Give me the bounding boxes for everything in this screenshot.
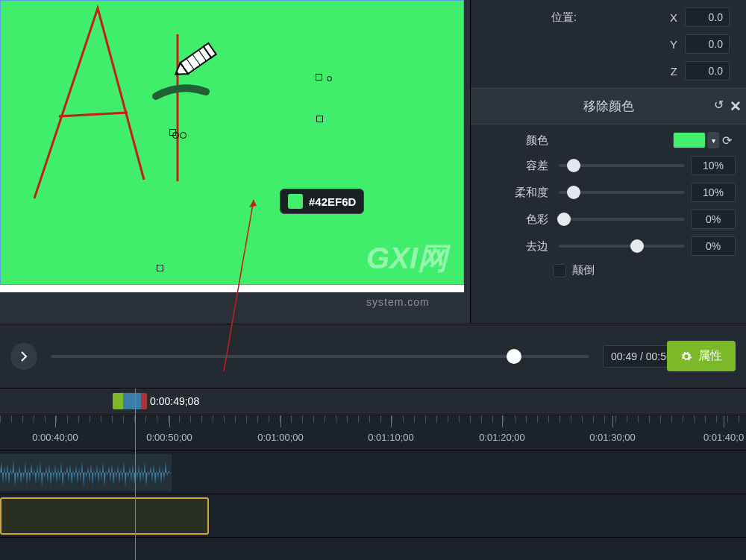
ruler-tick <box>638 415 639 423</box>
ruler-tick <box>380 415 381 423</box>
slider-knob[interactable] <box>567 186 580 199</box>
slider-knob[interactable] <box>557 213 571 226</box>
ruler-tick <box>425 415 426 423</box>
playhead-line <box>135 388 136 560</box>
slider-track[interactable] <box>559 191 685 194</box>
color-dropdown-icon[interactable]: ▾ <box>707 132 719 148</box>
ruler-tick <box>157 415 157 423</box>
time-ruler[interactable]: 0:00:40;000:00:50;000:01:00;000:01:10;00… <box>0 415 746 451</box>
ruler-tick <box>671 415 672 423</box>
rotation-handle[interactable] <box>180 132 186 139</box>
ruler-tick <box>448 415 448 423</box>
position-row-y: Y 0.0 <box>480 34 740 54</box>
video-clip[interactable] <box>0 497 209 535</box>
audio-track[interactable] <box>0 451 746 494</box>
ruler-tick <box>502 415 503 427</box>
playhead-marker-icon <box>113 393 144 409</box>
ruler-tick <box>168 415 169 423</box>
video-track[interactable] <box>0 494 746 538</box>
reset-icon[interactable]: ↺ <box>714 98 724 112</box>
ruler-tick <box>280 415 281 427</box>
position-row-x: 位置: X 0.0 <box>480 7 740 27</box>
slider-label: 去边 <box>480 239 548 254</box>
ruler-tick <box>470 415 471 423</box>
slider-row: 色彩0% <box>480 210 740 229</box>
playback-bar: 00:49 / 00:56 60fps 属性 <box>0 324 746 388</box>
slider-value[interactable]: 10% <box>691 156 736 175</box>
waveform-icon <box>0 454 172 491</box>
ruler-tick <box>101 415 101 423</box>
playhead-flag[interactable]: 0:00:49;08 <box>113 393 199 409</box>
color-picker[interactable] <box>673 132 706 148</box>
slider-value[interactable]: 10% <box>691 183 736 202</box>
ruler-tick <box>504 415 504 423</box>
slider-knob[interactable] <box>630 239 644 253</box>
position-z-input[interactable]: 0.0 <box>685 61 730 81</box>
ruler-tick <box>123 415 124 423</box>
selection-handle[interactable] <box>316 116 323 122</box>
slider-value[interactable]: 0% <box>691 236 736 256</box>
position-x-input[interactable]: 0.0 <box>685 7 730 27</box>
ruler-tick <box>582 415 583 423</box>
color-row: 颜色 ▾ ⟳ <box>480 132 740 148</box>
audio-clip[interactable] <box>0 454 172 491</box>
color-label: 颜色 <box>480 133 548 148</box>
ruler-tick <box>369 415 370 423</box>
ruler-tick <box>313 415 314 423</box>
position-y-input[interactable]: 0.0 <box>685 34 730 54</box>
playback-slider[interactable] <box>51 355 589 358</box>
invert-checkbox[interactable] <box>553 264 566 277</box>
invert-row: 颠倒 <box>553 263 740 277</box>
properties-button-label: 属性 <box>698 348 722 364</box>
play-button[interactable] <box>10 343 37 370</box>
selection-handle[interactable] <box>157 265 163 271</box>
ruler-tick <box>403 415 404 423</box>
slider-value[interactable]: 0% <box>691 210 736 229</box>
properties-button[interactable]: 属性 <box>667 341 736 371</box>
ruler-tick <box>34 415 34 423</box>
refresh-icon[interactable]: ⟳ <box>722 133 736 148</box>
watermark: GXI网 system.com <box>366 238 448 312</box>
slider-track[interactable] <box>559 218 685 221</box>
ruler-label: 0:00:40;00 <box>32 432 78 443</box>
ruler-tick <box>179 415 180 423</box>
rotation-handle[interactable] <box>327 76 332 81</box>
selection-handle[interactable] <box>316 74 322 81</box>
axis-y-label: Y <box>577 38 685 51</box>
timeline: 0:00:49;08 0:00:40;000:00:50;000:01:00;0… <box>0 388 746 560</box>
ruler-tick <box>593 415 594 423</box>
ruler-tick <box>526 415 527 423</box>
ruler-label: 0:01:40;0 <box>703 432 744 443</box>
axis-z-label: Z <box>577 65 685 78</box>
ruler-tick <box>515 415 515 423</box>
slider-track[interactable] <box>559 245 685 248</box>
position-label: 位置: <box>480 10 577 25</box>
ruler-tick <box>291 415 292 423</box>
ruler-tick <box>392 415 392 423</box>
rotation-handle[interactable] <box>172 132 179 139</box>
ruler-tick <box>325 415 325 423</box>
slider-row: 柔和度10% <box>480 183 740 202</box>
chevron-right-icon <box>18 350 30 362</box>
ruler-tick <box>492 415 493 423</box>
slider-label: 色彩 <box>480 213 548 227</box>
ruler-tick <box>627 415 627 423</box>
slider-track[interactable] <box>559 164 685 167</box>
close-icon[interactable]: ✕ <box>730 98 742 115</box>
slider-label: 容差 <box>480 159 548 173</box>
playback-knob[interactable] <box>507 349 521 364</box>
ruler-tick <box>459 415 460 423</box>
ruler-tick <box>257 415 258 423</box>
ruler-tick <box>391 415 392 427</box>
ruler-tick <box>201 415 202 423</box>
playhead-bar[interactable]: 0:00:49;08 <box>0 388 746 415</box>
ruler-tick <box>45 415 46 423</box>
ruler-tick <box>694 415 695 423</box>
section-title: 移除颜色 <box>583 99 634 113</box>
ruler-tick <box>683 415 683 423</box>
color-hex-label: #42EF6D <box>309 195 356 208</box>
ruler-tick <box>560 415 560 423</box>
slider-knob[interactable] <box>567 159 580 172</box>
ruler-label: 0:01:30;00 <box>589 432 635 443</box>
ruler-tick <box>78 415 79 423</box>
